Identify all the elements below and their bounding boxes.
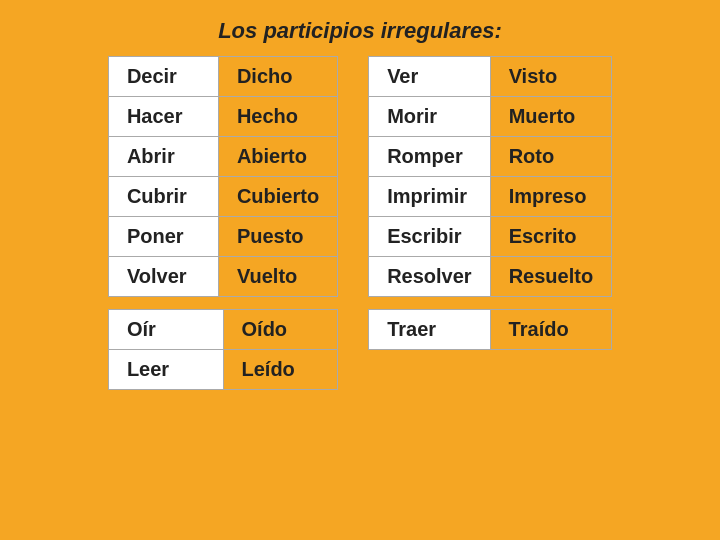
table-row: Imprimir Impreso [369, 177, 612, 217]
participle-cell: Traído [490, 310, 612, 350]
participle-cell: Puesto [218, 217, 337, 257]
participle-cell: Visto [490, 57, 611, 97]
verb-cell: Oír [108, 310, 223, 350]
main-right-table: Ver Visto Morir Muerto Romper Roto Impri… [368, 56, 612, 297]
participle-cell: Impreso [490, 177, 611, 217]
verb-cell: Decir [108, 57, 218, 97]
table-row: Abrir Abierto [108, 137, 337, 177]
verb-cell: Morir [369, 97, 491, 137]
table-row: Resolver Resuelto [369, 257, 612, 297]
verb-cell: Romper [369, 137, 491, 177]
verb-cell: Resolver [369, 257, 491, 297]
verb-cell: Leer [108, 350, 223, 390]
table-row: Ver Visto [369, 57, 612, 97]
participle-cell: Escrito [490, 217, 611, 257]
verb-cell: Volver [108, 257, 218, 297]
participle-cell: Resuelto [490, 257, 611, 297]
page-title: Los participios irregulares: [0, 0, 720, 56]
participle-cell: Cubierto [218, 177, 337, 217]
participle-cell: Muerto [490, 97, 611, 137]
table-row: Traer Traído [369, 310, 612, 350]
participle-cell: Dicho [218, 57, 337, 97]
participle-cell: Hecho [218, 97, 337, 137]
verb-cell: Ver [369, 57, 491, 97]
participle-cell: Abierto [218, 137, 337, 177]
table-row: Decir Dicho [108, 57, 337, 97]
participle-cell: Leído [223, 350, 338, 390]
main-left-table: Decir Dicho Hacer Hecho Abrir Abierto Cu… [108, 56, 338, 297]
table-row: Escribir Escrito [369, 217, 612, 257]
table-row: Morir Muerto [369, 97, 612, 137]
table-row: Oír Oído [108, 310, 337, 350]
table-row: Hacer Hecho [108, 97, 337, 137]
table-row: Cubrir Cubierto [108, 177, 337, 217]
participle-cell: Oído [223, 310, 338, 350]
verb-cell: Hacer [108, 97, 218, 137]
table-row: Volver Vuelto [108, 257, 337, 297]
verb-cell: Escribir [369, 217, 491, 257]
verb-cell: Cubrir [108, 177, 218, 217]
participle-cell: Roto [490, 137, 611, 177]
extra-left-table: Oír Oído Leer Leído [108, 309, 338, 390]
verb-cell: Poner [108, 217, 218, 257]
verb-cell: Traer [369, 310, 490, 350]
verb-cell: Imprimir [369, 177, 491, 217]
table-row: Romper Roto [369, 137, 612, 177]
verb-cell: Abrir [108, 137, 218, 177]
table-row: Poner Puesto [108, 217, 337, 257]
extra-right-table: Traer Traído [368, 309, 612, 350]
participle-cell: Vuelto [218, 257, 337, 297]
table-row: Leer Leído [108, 350, 337, 390]
